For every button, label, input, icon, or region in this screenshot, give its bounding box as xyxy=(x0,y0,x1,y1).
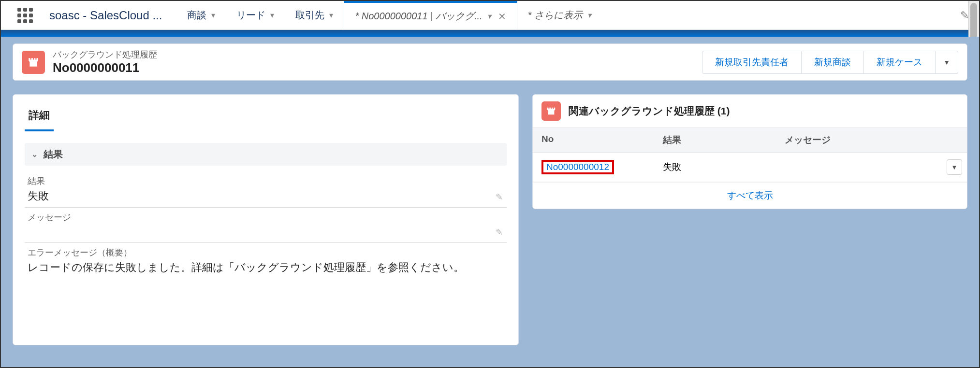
action-buttons: 新規取引先責任者 新規商談 新規ケース ▼ xyxy=(702,51,958,74)
row-actions-button[interactable]: ▼ xyxy=(947,159,962,175)
field-label: メッセージ xyxy=(28,212,504,223)
nav-label: 商談 xyxy=(187,9,206,22)
workspace-tab-more[interactable]: * さらに表示 ▾ xyxy=(517,1,602,29)
chevron-down-icon[interactable]: ▾ xyxy=(487,12,491,21)
app-launcher-button[interactable] xyxy=(15,1,35,29)
nav-label: リード xyxy=(236,9,265,22)
cell-result: 失敗 xyxy=(654,154,775,180)
related-list-header: 関連バックグラウンド処理履歴 (1) xyxy=(533,95,967,127)
field-value: 失敗 xyxy=(28,189,504,203)
related-list-title: 関連バックグラウンド処理履歴 (1) xyxy=(569,104,730,118)
pencil-icon[interactable]: ✎ xyxy=(496,192,503,202)
pencil-icon[interactable]: ✎ xyxy=(496,227,503,238)
chevron-down-icon: ▼ xyxy=(951,164,958,171)
details-tab[interactable]: 詳細 xyxy=(25,103,507,131)
more-actions-button[interactable]: ▼ xyxy=(936,51,958,74)
new-opportunity-button[interactable]: 新規商談 xyxy=(802,51,864,74)
field-value xyxy=(28,225,504,239)
chevron-down-icon: ▾ xyxy=(211,11,215,20)
castle-icon xyxy=(546,106,556,116)
related-table-header: No 結果 メッセージ xyxy=(533,127,967,153)
chevron-down-icon: ▾ xyxy=(329,11,333,20)
col-result: 結果 xyxy=(654,128,775,152)
record-type: バックグラウンド処理履歴 xyxy=(53,49,157,60)
cell-message xyxy=(776,160,938,174)
field-error-summary: エラーメッセージ（概要） レコードの保存に失敗しました。詳細は「バックグラウンド… xyxy=(25,243,507,279)
section-result[interactable]: ⌄ 結果 xyxy=(25,143,507,166)
castle-icon xyxy=(27,56,40,69)
new-contact-button[interactable]: 新規取引先責任者 xyxy=(702,51,802,74)
tab-title: * さらに表示 xyxy=(528,9,583,22)
details-panel: 詳細 ⌄ 結果 結果 失敗 ✎ メッセージ ✎ エラーメッセージ（概要） レコー… xyxy=(13,94,519,345)
col-message: メッセージ xyxy=(776,128,967,152)
record-link[interactable]: No0000000012 xyxy=(546,162,609,172)
related-list-panel: 関連バックグラウンド処理履歴 (1) No 結果 メッセージ No0000000… xyxy=(532,94,967,209)
global-nav: soasc - SalesCloud ... 商談 ▾ リード ▾ 取引先 ▾ … xyxy=(1,1,979,30)
col-no: No xyxy=(533,128,654,152)
field-result: 結果 失敗 ✎ xyxy=(25,171,507,208)
field-label: エラーメッセージ（概要） xyxy=(28,247,504,258)
field-value: レコードの保存に失敗しました。詳細は「バックグラウンド処理履歴」を参照ください。 xyxy=(28,260,504,275)
record-header: バックグラウンド処理履歴 No0000000011 新規取引先責任者 新規商談 … xyxy=(13,43,967,81)
table-row: No0000000012 失敗 ▼ xyxy=(533,153,967,182)
workspace-tab-active[interactable]: * No0000000011 | バックグ... ▾ ✕ xyxy=(344,1,517,29)
tab-title: * No0000000011 | バックグ... xyxy=(355,10,482,23)
nav-item-lead[interactable]: リード ▾ xyxy=(226,1,285,29)
record-title-block: バックグラウンド処理履歴 No0000000011 xyxy=(53,49,157,75)
close-icon[interactable]: ✕ xyxy=(498,11,506,22)
chevron-down-icon: ▾ xyxy=(270,11,274,20)
chevron-down-icon: ▼ xyxy=(943,58,950,66)
brand-band xyxy=(1,30,979,37)
chevron-down-icon: ⌄ xyxy=(31,150,38,159)
nav-item-opportunity[interactable]: 商談 ▾ xyxy=(176,1,226,29)
object-icon xyxy=(541,101,561,121)
nav-item-account[interactable]: 取引先 ▾ xyxy=(285,1,344,29)
pencil-icon: ✎ xyxy=(960,9,969,22)
highlight-annotation: No0000000012 xyxy=(541,160,614,174)
object-icon xyxy=(22,51,45,74)
view-all-link[interactable]: すべて表示 xyxy=(533,182,967,209)
details-tab-label: 詳細 xyxy=(25,103,54,131)
section-title: 結果 xyxy=(44,148,63,161)
field-message: メッセージ ✎ xyxy=(25,208,507,243)
record-name: No0000000011 xyxy=(53,60,157,75)
new-case-button[interactable]: 新規ケース xyxy=(864,51,936,74)
chevron-down-icon: ▾ xyxy=(587,11,591,20)
field-label: 結果 xyxy=(28,175,504,187)
app-name: soasc - SalesCloud ... xyxy=(44,1,176,29)
nav-label: 取引先 xyxy=(295,9,324,22)
waffle-icon xyxy=(17,8,33,23)
page-body: バックグラウンド処理履歴 No0000000011 新規取引先責任者 新規商談 … xyxy=(1,37,979,367)
